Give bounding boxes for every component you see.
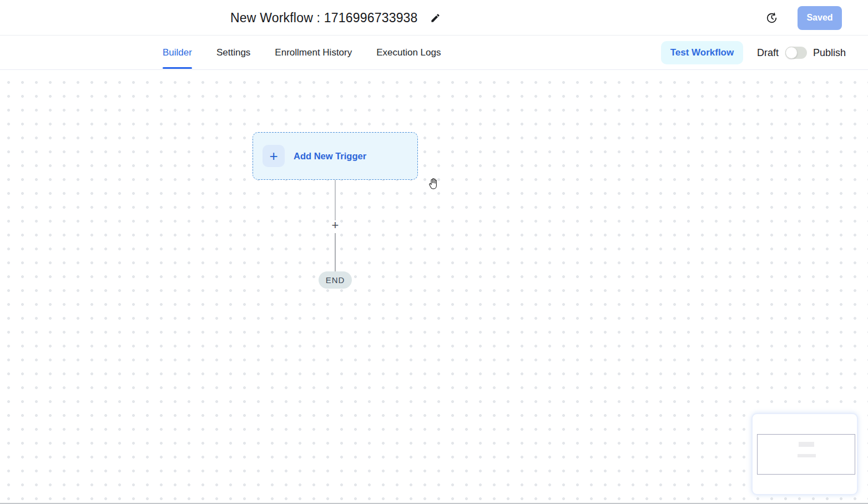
test-workflow-button[interactable]: Test Workflow [661, 41, 743, 64]
publish-toggle[interactable] [785, 47, 807, 59]
toggle-knob [785, 47, 798, 59]
tab-bar-actions: Test Workflow Draft Publish [661, 36, 846, 70]
connector-line-top [335, 180, 336, 220]
tab-settings[interactable]: Settings [216, 36, 250, 69]
minimap-end-node [798, 454, 816, 457]
app-header: New Workflow : 1716996733938 Saved [0, 0, 868, 36]
history-clock-icon[interactable] [766, 12, 778, 24]
header-actions: Saved [766, 0, 842, 36]
add-step-plus-icon[interactable]: + [330, 219, 340, 232]
workflow-builder-app: New Workflow : 1716996733938 Saved Build… [0, 0, 868, 504]
workflow-title-group: New Workflow : 1716996733938 [230, 0, 441, 36]
page-title: New Workflow : 1716996733938 [230, 11, 418, 26]
pencil-icon[interactable] [430, 13, 441, 23]
workflow-canvas[interactable]: + Add New Trigger + END [0, 70, 868, 504]
add-new-trigger-label: Add New Trigger [294, 151, 366, 162]
tab-enrollment-history[interactable]: Enrollment History [275, 36, 352, 69]
connector-line-bottom [335, 233, 336, 271]
tab-bar: Builder Settings Enrollment History Exec… [0, 36, 868, 70]
draft-label: Draft [757, 47, 779, 59]
saved-button[interactable]: Saved [798, 6, 842, 30]
minimap[interactable] [751, 413, 858, 495]
add-new-trigger-node[interactable]: + Add New Trigger [253, 132, 418, 180]
minimap-trigger-node [799, 442, 814, 447]
hand-grab-cursor-icon [426, 177, 441, 191]
tab-builder[interactable]: Builder [163, 36, 192, 69]
plus-icon: + [263, 145, 285, 167]
end-node: END [319, 271, 352, 289]
tab-execution-logs[interactable]: Execution Logs [376, 36, 441, 69]
tabs: Builder Settings Enrollment History Exec… [163, 36, 441, 69]
publish-label: Publish [813, 47, 846, 59]
